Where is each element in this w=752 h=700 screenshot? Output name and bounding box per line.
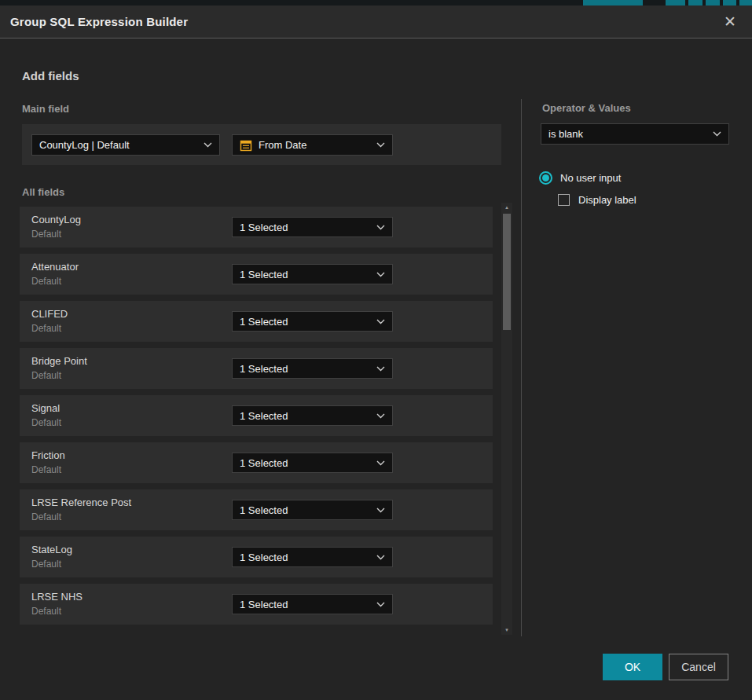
chevron-down-icon: [376, 602, 385, 607]
chevron-down-icon: [376, 272, 385, 277]
no-user-input-radio[interactable]: No user input: [539, 171, 621, 185]
dialog-title: Group SQL Expression Builder: [10, 15, 188, 28]
field-name: LRSE Reference Post: [31, 497, 131, 508]
dropdown-value: 1 Selected: [240, 222, 372, 233]
field-name: Signal: [31, 402, 60, 414]
add-fields-heading: Add fields: [22, 69, 79, 82]
field-name: Attenuator: [31, 261, 79, 273]
field-sublabel: Default: [31, 511, 61, 522]
scroll-down-icon[interactable]: ▼: [504, 625, 509, 635]
scrollbar-thumb[interactable]: [503, 214, 511, 330]
operator-values-label: Operator & Values: [542, 102, 631, 114]
field-row: CountyLog Default 1 Selected: [20, 207, 493, 247]
field-selected-dropdown[interactable]: 1 Selected: [232, 594, 393, 614]
field-name: LRSE NHS: [31, 591, 83, 603]
field-sublabel: Default: [31, 464, 61, 475]
field-selected-dropdown[interactable]: 1 Selected: [232, 547, 393, 567]
dropdown-value: 1 Selected: [240, 457, 372, 469]
section-divider: [521, 99, 522, 636]
field-sublabel: Default: [31, 559, 61, 570]
layer-select-dropdown[interactable]: CountyLog | Default: [31, 134, 220, 156]
field-row: StateLog Default 1 Selected: [20, 537, 493, 577]
dropdown-value: is blank: [548, 128, 708, 140]
field-name: StateLog: [31, 544, 72, 555]
field-name: Bridge Point: [31, 355, 87, 367]
field-selected-dropdown[interactable]: 1 Selected: [232, 264, 393, 284]
field-sublabel: Default: [31, 417, 61, 428]
dialog-titlebar: Group SQL Expression Builder ✕: [0, 5, 752, 38]
checkbox-label: Display label: [578, 194, 636, 206]
chevron-down-icon: [376, 319, 385, 324]
field-sublabel: Default: [31, 323, 61, 334]
field-selected-dropdown[interactable]: 1 Selected: [232, 405, 393, 426]
field-row: Bridge Point Default 1 Selected: [20, 348, 493, 389]
background-toolbar-fragment: [666, 0, 685, 5]
field-name: Friction: [31, 449, 65, 461]
field-sublabel: Default: [31, 370, 61, 381]
field-selected-dropdown[interactable]: 1 Selected: [232, 453, 393, 473]
field-sublabel: Default: [31, 229, 61, 240]
field-row: LRSE NHS Default 1 Selected: [20, 584, 493, 625]
field-selected-dropdown[interactable]: 1 Selected: [232, 217, 393, 237]
background-toolbar-fragment: [583, 0, 643, 5]
operator-dropdown[interactable]: is blank: [541, 123, 729, 145]
chevron-down-icon: [376, 460, 385, 466]
field-row: CLIFED Default 1 Selected: [20, 301, 493, 342]
background-toolbar-fragment: [688, 0, 702, 5]
background-toolbar-fragment: [723, 0, 736, 5]
chevron-down-icon: [376, 555, 385, 560]
ok-button[interactable]: OK: [603, 654, 662, 680]
radio-label: No user input: [560, 172, 621, 184]
all-fields-label: All fields: [22, 186, 64, 198]
chevron-down-icon: [376, 508, 385, 513]
dropdown-value: 1 Selected: [240, 552, 372, 563]
background-app-strip: [0, 0, 752, 5]
field-selected-dropdown[interactable]: 1 Selected: [232, 358, 393, 379]
dropdown-value: 1 Selected: [240, 363, 372, 375]
field-name: CLIFED: [31, 308, 68, 320]
chevron-down-icon: [376, 366, 385, 372]
dropdown-value: From Date: [259, 139, 372, 151]
dropdown-value: 1 Selected: [240, 269, 372, 280]
field-name: CountyLog: [31, 214, 81, 225]
chevron-down-icon: [376, 225, 385, 230]
main-field-label: Main field: [22, 103, 69, 115]
main-field-panel: CountyLog | Default From Date: [22, 124, 501, 165]
dropdown-value: CountyLog | Default: [39, 139, 199, 151]
field-selected-dropdown[interactable]: 1 Selected: [232, 500, 393, 520]
field-row: LRSE Reference Post Default 1 Selected: [20, 489, 493, 530]
calendar-icon: [240, 139, 252, 152]
dropdown-value: 1 Selected: [240, 599, 372, 610]
dropdown-value: 1 Selected: [240, 410, 372, 422]
field-sublabel: Default: [31, 276, 61, 287]
list-scrollbar[interactable]: ▲ ▼: [501, 203, 512, 635]
dropdown-value: 1 Selected: [240, 316, 372, 328]
scroll-up-icon[interactable]: ▲: [504, 203, 509, 212]
chevron-down-icon: [376, 413, 385, 419]
radio-selected-icon: [539, 171, 552, 185]
field-sublabel: Default: [31, 606, 61, 617]
checkbox-unchecked-icon: [558, 194, 570, 206]
dropdown-value: 1 Selected: [240, 504, 372, 516]
background-toolbar-fragment: [739, 0, 752, 5]
close-icon: ✕: [724, 13, 736, 31]
field-row: Attenuator Default 1 Selected: [20, 254, 493, 295]
chevron-down-icon: [713, 131, 721, 137]
background-toolbar-fragment: [706, 0, 720, 5]
cancel-button[interactable]: Cancel: [669, 654, 728, 680]
chevron-down-icon: [376, 142, 385, 148]
field-row: Signal Default 1 Selected: [20, 395, 493, 436]
display-label-checkbox[interactable]: Display label: [558, 194, 636, 206]
field-select-dropdown[interactable]: From Date: [232, 134, 393, 156]
field-selected-dropdown[interactable]: 1 Selected: [232, 311, 393, 332]
close-button[interactable]: ✕: [717, 5, 743, 38]
field-row: Friction Default 1 Selected: [20, 442, 493, 483]
chevron-down-icon: [204, 142, 212, 148]
